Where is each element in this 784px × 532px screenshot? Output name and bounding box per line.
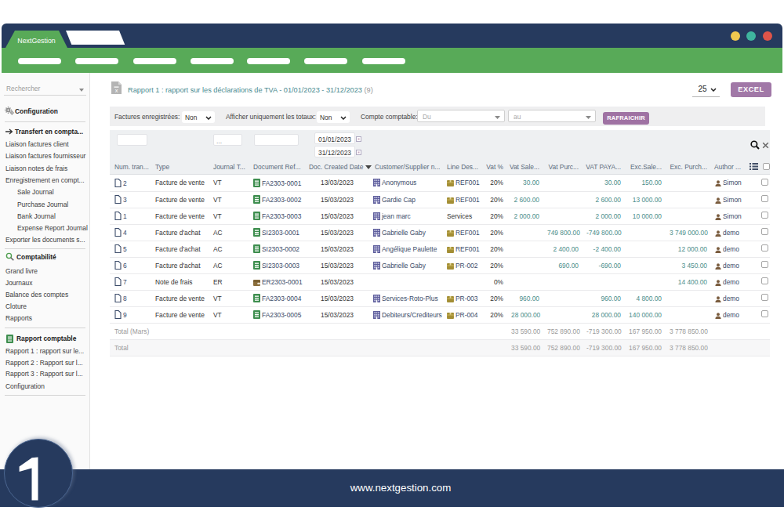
svg-text:x: x xyxy=(115,87,118,94)
